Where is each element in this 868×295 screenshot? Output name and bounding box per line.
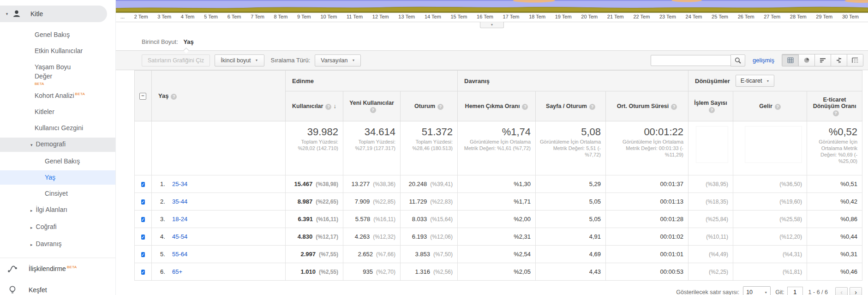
cell-revenue: (%19,60) [733, 193, 807, 211]
axis-label: 26 Tem [738, 14, 754, 20]
chevron-right-icon: ▸ [30, 208, 33, 213]
sidebar-item-iliskilendirme[interactable]: İlişkilendirmeBETA [0, 258, 115, 279]
column-header-age[interactable]: Yaş? [152, 71, 286, 121]
sidebar-item-genel-bakis[interactable]: Genel Bakış [0, 27, 115, 43]
sidebar-item-cinsiyet[interactable]: Cinsiyet [0, 186, 115, 202]
sidebar-item-demografi[interactable]: ▾Demografi [0, 138, 115, 152]
primary-dimension-value[interactable]: Yaş [183, 38, 193, 45]
help-icon[interactable]: ? [522, 104, 528, 110]
total-pages-per-session: 5,08Görüntüleme İçin Ortalama Metrik Değ… [536, 121, 606, 175]
axis-label: 22 Tem [633, 14, 650, 20]
help-icon[interactable]: ? [325, 104, 331, 110]
row-checkbox[interactable]: ✓ [141, 199, 145, 205]
axis-label: 25 Tem [712, 14, 728, 20]
cell-users: 8.987(%22,65) [286, 193, 343, 211]
search-button[interactable] [730, 54, 745, 66]
lightbulb-icon [7, 285, 18, 295]
column-header-sessions[interactable]: Oturum? [401, 91, 458, 121]
axis-label: 13 Tem [398, 14, 415, 20]
sidebar-item-kitle[interactable]: ▾ Kitle [0, 6, 107, 22]
chevron-right-icon: ▸ [30, 242, 33, 247]
row-checkbox[interactable]: ✓ [141, 270, 145, 275]
cell-revenue: (%4,31) [733, 246, 807, 263]
group-header-acquisition: Edinme [286, 71, 458, 91]
help-icon[interactable]: ? [589, 104, 595, 110]
row-checkbox[interactable]: ✓ [141, 235, 145, 240]
age-link[interactable]: 65+ [172, 268, 182, 275]
advanced-search-link[interactable]: gelişmiş [753, 57, 774, 64]
conversion-type-select[interactable]: E-ticaret▼ [736, 75, 774, 87]
column-header-avg-session-duration[interactable]: Ort. Oturum Süresi? [606, 91, 688, 121]
sidebar-item-kesfet[interactable]: Keşfet [0, 279, 115, 295]
column-header-revenue[interactable]: Gelir? [733, 91, 807, 121]
view-comparison-button[interactable] [831, 54, 847, 66]
column-header-new-users[interactable]: Yeni Kullanıcılar? [343, 91, 401, 121]
table-row: ✓ 1.25-34 15.467(%38,98) 13.277(%38,36) … [135, 175, 862, 193]
sidebar-item-kohort-analizi[interactable]: Kohort AnaliziBETA [0, 86, 115, 104]
collapse-chart-button[interactable]: ▼ [480, 22, 504, 28]
sort-type-select[interactable]: Varsayılan▼ [315, 54, 361, 66]
cell-transactions: (%38,95) [688, 175, 733, 193]
help-icon[interactable]: ? [833, 110, 839, 116]
help-icon[interactable]: ? [370, 107, 376, 113]
help-icon[interactable]: ? [709, 107, 715, 113]
age-link[interactable]: 25-34 [172, 181, 187, 187]
age-link[interactable]: 18-24 [172, 216, 187, 223]
row-rank: 5. [160, 251, 172, 258]
rows-per-page-label: Gösterilecek satır sayısı: [676, 289, 739, 295]
age-link[interactable]: 35-44 [172, 198, 187, 205]
view-pivot-button[interactable] [847, 54, 863, 66]
help-icon[interactable]: ? [437, 104, 443, 110]
help-icon[interactable]: ? [775, 104, 781, 110]
column-header-ecommerce-conversion-rate[interactable]: E-ticaret Dönüşüm Oranı? [807, 91, 862, 121]
sidebar-item-kullanici-gezgini[interactable]: Kullanıcı Gezgini [0, 120, 115, 136]
comparison-icon [836, 57, 842, 63]
age-link[interactable]: 55-64 [172, 251, 187, 258]
cell-avg-session-duration: 00:00:53 [606, 263, 688, 281]
cell-new-users: 7.909(%22,85) [343, 193, 401, 211]
column-header-bounce-rate[interactable]: Hemen Çıkma Oranı? [458, 91, 536, 121]
column-header-users[interactable]: Kullanıcılar?↓ [286, 91, 343, 121]
sidebar-item-yasam-boyu-deger[interactable]: Yaşam Boyu Değer [0, 59, 115, 83]
next-page-button[interactable]: › [850, 287, 862, 295]
chart-x-axis: ...2 Tem3 Tem4 Tem5 Tem6 Tem7 Tem8 Tem9 … [116, 13, 868, 20]
table-row: ✓ 3.18-24 6.391(%16,11) 5.578(%16,11) 8.… [135, 211, 862, 228]
axis-label: 7 Tem [251, 14, 264, 20]
goto-page-input[interactable] [787, 287, 803, 295]
row-checkbox[interactable]: ✓ [141, 182, 145, 187]
rows-per-page-select[interactable]: 10▼ [743, 286, 771, 295]
row-checkbox[interactable]: ✓ [141, 252, 145, 257]
secondary-dimension-button[interactable]: İkincil boyut▼ [215, 54, 264, 66]
sidebar-item-demografi-genel-bakis[interactable]: Genel Bakış [0, 153, 115, 169]
view-table-button[interactable] [782, 54, 798, 66]
row-checkbox[interactable]: ✓ [141, 217, 145, 222]
cell-bounce-rate: %2,05 [458, 263, 536, 281]
cell-avg-session-duration: 00:01:37 [606, 175, 688, 193]
previous-page-button[interactable]: ‹ [835, 287, 848, 295]
sidebar-item-kitleler[interactable]: Kitleler [0, 104, 115, 120]
sidebar-item-ilgi-alanlari[interactable]: ▸İlgi Alanları [0, 202, 115, 219]
cell-transactions: (%2,25) [688, 263, 733, 281]
axis-label: 18 Tem [529, 14, 545, 20]
plot-rows-button[interactable]: Satırların Grafiğini Çiz [142, 54, 210, 66]
sidebar-item-cografi[interactable]: ▸Coğrafi [0, 219, 115, 236]
axis-label: 29 Tem [816, 14, 832, 20]
view-percentage-button[interactable] [798, 54, 814, 66]
sidebar-item-davranis[interactable]: ▸Davranış [0, 236, 115, 253]
help-icon[interactable]: ? [671, 104, 677, 110]
cell-avg-session-duration: 00:01:02 [606, 228, 688, 246]
search-input[interactable] [651, 55, 731, 66]
chevron-right-icon: ▸ [30, 225, 33, 230]
table-toolbar: Satırların Grafiğini Çiz İkincil boyut▼ … [116, 50, 868, 70]
sidebar-item-etkin-kullanicilar[interactable]: Etkin Kullanıcılar [0, 43, 115, 59]
help-icon[interactable]: ? [171, 94, 177, 100]
view-performance-button[interactable] [814, 54, 831, 66]
collapse-rows-button[interactable]: − [139, 93, 146, 100]
column-header-transactions[interactable]: İşlem Sayısı? [688, 91, 733, 121]
age-link[interactable]: 45-54 [172, 233, 187, 240]
sidebar-item-yas[interactable]: Yaş [0, 170, 115, 185]
cell-new-users: 4.263(%12,32) [343, 228, 401, 246]
cell-bounce-rate: %2,00 [458, 211, 536, 228]
axis-label: 12 Tem [372, 14, 389, 20]
column-header-pages-per-session[interactable]: Sayfa / Oturum? [536, 91, 606, 121]
